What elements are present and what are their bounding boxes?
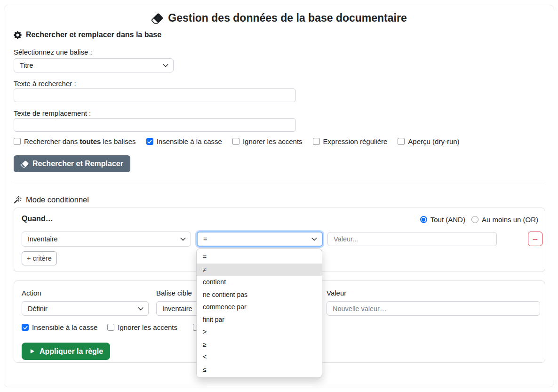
search-text-input[interactable] bbox=[14, 88, 296, 102]
new-value-input[interactable] bbox=[327, 301, 540, 316]
dropdown-option[interactable]: contient bbox=[197, 276, 322, 288]
dropdown-option[interactable]: ≤ bbox=[197, 363, 322, 376]
remove-criterion-button[interactable]: – bbox=[528, 232, 542, 246]
search-options-row: Rechercher dans toutes les balises Insen… bbox=[14, 137, 460, 145]
section-divider bbox=[14, 181, 545, 181]
dropdown-option[interactable]: commence par bbox=[197, 301, 322, 313]
add-criterion-button[interactable]: + critère bbox=[22, 251, 57, 265]
checkbox-case-insensitive[interactable]: Insensible à la casse bbox=[22, 323, 97, 331]
dropdown-option[interactable]: ≠ bbox=[197, 264, 322, 276]
tag-select[interactable]: Titre bbox=[14, 58, 174, 72]
dropdown-option[interactable]: finit par bbox=[197, 313, 322, 326]
checkbox-box bbox=[146, 138, 153, 145]
apply-rule-button[interactable]: Appliquer la règle bbox=[22, 343, 110, 360]
tag-select-label: Sélectionnez une balise : bbox=[14, 48, 92, 56]
checkbox-box bbox=[22, 324, 29, 331]
criterion-value-input[interactable] bbox=[327, 232, 497, 246]
search-section-heading: Rechercher et remplacer dans la base bbox=[14, 31, 161, 39]
gear-icon bbox=[14, 31, 22, 39]
page-title-row: Gestion des données de la base documenta… bbox=[4, 12, 554, 24]
dropdown-option[interactable]: < bbox=[197, 351, 322, 363]
chevron-down-icon bbox=[180, 236, 186, 242]
checkbox-box bbox=[232, 138, 239, 145]
checkbox-case-insensitive[interactable]: Insensible à la casse bbox=[146, 137, 222, 145]
conditional-section-heading: Mode conditionnel bbox=[14, 195, 89, 204]
radio-button bbox=[471, 216, 478, 223]
chevron-down-icon bbox=[311, 236, 318, 242]
dropdown-option[interactable]: = bbox=[197, 251, 322, 264]
main-card: Gestion des données de la base documenta… bbox=[4, 5, 554, 387]
action-select[interactable]: Définir bbox=[22, 301, 149, 316]
checkbox-box bbox=[398, 138, 405, 145]
eraser-icon bbox=[151, 12, 163, 24]
dropdown-option[interactable]: ≥ bbox=[197, 338, 322, 351]
chevron-down-icon bbox=[162, 62, 169, 69]
action-label: Action bbox=[22, 289, 41, 297]
dropdown-option[interactable]: ne contient pas bbox=[197, 288, 322, 301]
checkbox-regex[interactable]: Expression régulière bbox=[313, 137, 388, 145]
replace-text-input[interactable] bbox=[14, 118, 296, 132]
checkbox-box bbox=[313, 138, 320, 145]
play-icon bbox=[29, 348, 36, 355]
checkbox-ignore-accents[interactable]: Ignorer les accents bbox=[107, 323, 177, 331]
radio-or[interactable]: Au moins un (OR) bbox=[471, 216, 538, 224]
checkbox-all-tags[interactable]: Rechercher dans toutes les balises bbox=[14, 137, 136, 145]
criterion-operator-select[interactable]: = bbox=[197, 232, 323, 247]
radio-button bbox=[420, 216, 427, 223]
checkbox-box bbox=[14, 138, 21, 145]
criterion-tag-select[interactable]: Inventaire bbox=[22, 232, 191, 247]
target-tag-label: Balise cible bbox=[156, 289, 192, 297]
dropdown-option[interactable]: > bbox=[197, 326, 322, 338]
checkbox-dry-run[interactable]: Aperçu (dry-run) bbox=[398, 137, 459, 145]
search-text-label: Texte à rechercher : bbox=[14, 80, 76, 88]
radio-and[interactable]: Tout (AND) bbox=[420, 216, 465, 224]
page-title: Gestion des données de la base documenta… bbox=[168, 12, 407, 24]
eraser-icon bbox=[21, 160, 29, 168]
when-box-title: Quand… bbox=[22, 215, 53, 223]
operator-dropdown: =≠contientne contient pascommence parfin… bbox=[196, 248, 322, 378]
action-options-row: Insensible à la casse Ignorer les accent… bbox=[22, 323, 177, 331]
checkbox-box bbox=[107, 324, 114, 331]
checkbox-ignore-accents[interactable]: Ignorer les accents bbox=[232, 137, 303, 145]
value-label: Valeur bbox=[327, 289, 346, 297]
replace-text-label: Texte de remplacement : bbox=[14, 109, 91, 117]
search-replace-button[interactable]: Rechercher et Remplacer bbox=[14, 155, 130, 172]
chevron-down-icon bbox=[137, 305, 144, 312]
magic-wand-icon bbox=[14, 196, 22, 204]
match-mode-radios: Tout (AND) Au moins un (OR) bbox=[420, 216, 538, 224]
